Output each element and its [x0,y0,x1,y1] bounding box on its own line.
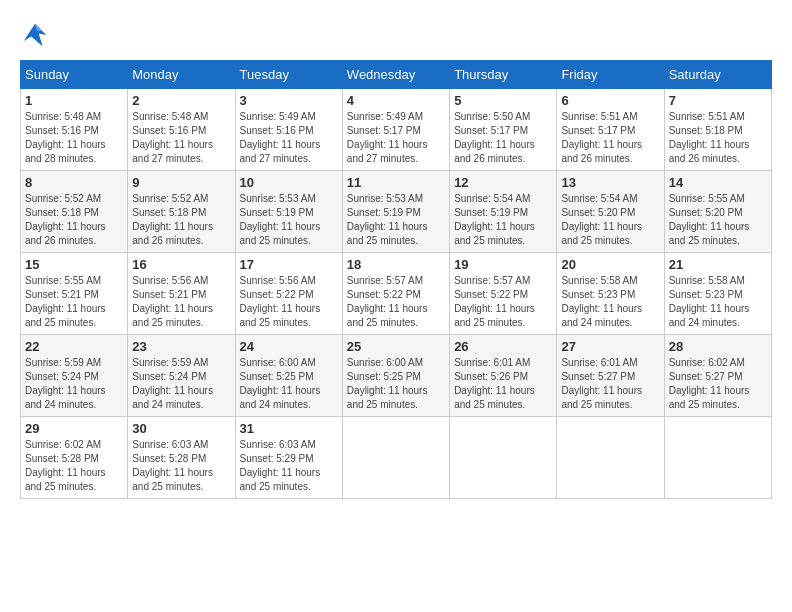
day-info: Sunrise: 5:59 AM Sunset: 5:24 PM Dayligh… [25,356,123,412]
daylight-hours: Daylight: 11 hours and 25 minutes. [240,467,321,492]
sunrise-time: Sunrise: 5:59 AM [132,357,208,368]
day-info: Sunrise: 5:49 AM Sunset: 5:16 PM Dayligh… [240,110,338,166]
calendar-cell: 9 Sunrise: 5:52 AM Sunset: 5:18 PM Dayli… [128,171,235,253]
sunrise-time: Sunrise: 6:03 AM [132,439,208,450]
daylight-hours: Daylight: 11 hours and 25 minutes. [347,385,428,410]
calendar-cell: 10 Sunrise: 5:53 AM Sunset: 5:19 PM Dayl… [235,171,342,253]
calendar-cell: 29 Sunrise: 6:02 AM Sunset: 5:28 PM Dayl… [21,417,128,499]
sunset-time: Sunset: 5:17 PM [561,125,635,136]
day-number: 19 [454,257,552,272]
calendar-cell: 28 Sunrise: 6:02 AM Sunset: 5:27 PM Dayl… [664,335,771,417]
day-info: Sunrise: 5:53 AM Sunset: 5:19 PM Dayligh… [240,192,338,248]
daylight-hours: Daylight: 11 hours and 26 minutes. [561,139,642,164]
calendar-cell: 25 Sunrise: 6:00 AM Sunset: 5:25 PM Dayl… [342,335,449,417]
day-info: Sunrise: 5:55 AM Sunset: 5:20 PM Dayligh… [669,192,767,248]
sunrise-time: Sunrise: 6:02 AM [25,439,101,450]
calendar-cell [342,417,449,499]
sunrise-time: Sunrise: 5:56 AM [132,275,208,286]
day-header-sunday: Sunday [21,61,128,89]
daylight-hours: Daylight: 11 hours and 24 minutes. [132,385,213,410]
day-number: 27 [561,339,659,354]
daylight-hours: Daylight: 11 hours and 28 minutes. [25,139,106,164]
sunset-time: Sunset: 5:21 PM [132,289,206,300]
calendar-cell: 11 Sunrise: 5:53 AM Sunset: 5:19 PM Dayl… [342,171,449,253]
sunrise-time: Sunrise: 5:48 AM [25,111,101,122]
calendar-cell: 31 Sunrise: 6:03 AM Sunset: 5:29 PM Dayl… [235,417,342,499]
calendar-cell: 18 Sunrise: 5:57 AM Sunset: 5:22 PM Dayl… [342,253,449,335]
sunset-time: Sunset: 5:27 PM [561,371,635,382]
calendar-cell: 15 Sunrise: 5:55 AM Sunset: 5:21 PM Dayl… [21,253,128,335]
daylight-hours: Daylight: 11 hours and 25 minutes. [454,221,535,246]
calendar-cell: 7 Sunrise: 5:51 AM Sunset: 5:18 PM Dayli… [664,89,771,171]
day-number: 20 [561,257,659,272]
calendar-cell: 3 Sunrise: 5:49 AM Sunset: 5:16 PM Dayli… [235,89,342,171]
daylight-hours: Daylight: 11 hours and 26 minutes. [454,139,535,164]
day-header-saturday: Saturday [664,61,771,89]
day-number: 25 [347,339,445,354]
daylight-hours: Daylight: 11 hours and 25 minutes. [25,467,106,492]
sunset-time: Sunset: 5:19 PM [347,207,421,218]
day-info: Sunrise: 6:00 AM Sunset: 5:25 PM Dayligh… [240,356,338,412]
sunset-time: Sunset: 5:17 PM [347,125,421,136]
daylight-hours: Daylight: 11 hours and 24 minutes. [25,385,106,410]
sunrise-time: Sunrise: 5:56 AM [240,275,316,286]
calendar-cell: 2 Sunrise: 5:48 AM Sunset: 5:16 PM Dayli… [128,89,235,171]
day-info: Sunrise: 5:56 AM Sunset: 5:22 PM Dayligh… [240,274,338,330]
day-info: Sunrise: 5:54 AM Sunset: 5:19 PM Dayligh… [454,192,552,248]
day-info: Sunrise: 5:52 AM Sunset: 5:18 PM Dayligh… [25,192,123,248]
sunset-time: Sunset: 5:22 PM [454,289,528,300]
daylight-hours: Daylight: 11 hours and 25 minutes. [669,221,750,246]
day-number: 26 [454,339,552,354]
sunset-time: Sunset: 5:16 PM [25,125,99,136]
day-header-tuesday: Tuesday [235,61,342,89]
daylight-hours: Daylight: 11 hours and 25 minutes. [25,303,106,328]
day-header-wednesday: Wednesday [342,61,449,89]
sunset-time: Sunset: 5:17 PM [454,125,528,136]
day-info: Sunrise: 6:03 AM Sunset: 5:28 PM Dayligh… [132,438,230,494]
day-info: Sunrise: 5:57 AM Sunset: 5:22 PM Dayligh… [454,274,552,330]
daylight-hours: Daylight: 11 hours and 26 minutes. [25,221,106,246]
calendar-cell: 4 Sunrise: 5:49 AM Sunset: 5:17 PM Dayli… [342,89,449,171]
sunset-time: Sunset: 5:27 PM [669,371,743,382]
day-number: 29 [25,421,123,436]
sunset-time: Sunset: 5:28 PM [25,453,99,464]
sunset-time: Sunset: 5:25 PM [347,371,421,382]
day-number: 8 [25,175,123,190]
sunrise-time: Sunrise: 6:01 AM [454,357,530,368]
calendar-cell: 12 Sunrise: 5:54 AM Sunset: 5:19 PM Dayl… [450,171,557,253]
sunset-time: Sunset: 5:16 PM [132,125,206,136]
daylight-hours: Daylight: 11 hours and 27 minutes. [347,139,428,164]
calendar-cell: 20 Sunrise: 5:58 AM Sunset: 5:23 PM Dayl… [557,253,664,335]
sunset-time: Sunset: 5:18 PM [25,207,99,218]
day-number: 4 [347,93,445,108]
sunrise-time: Sunrise: 6:00 AM [240,357,316,368]
calendar-cell [664,417,771,499]
sunrise-time: Sunrise: 5:54 AM [454,193,530,204]
day-header-thursday: Thursday [450,61,557,89]
sunrise-time: Sunrise: 6:00 AM [347,357,423,368]
calendar-cell: 26 Sunrise: 6:01 AM Sunset: 5:26 PM Dayl… [450,335,557,417]
day-info: Sunrise: 5:50 AM Sunset: 5:17 PM Dayligh… [454,110,552,166]
day-info: Sunrise: 5:52 AM Sunset: 5:18 PM Dayligh… [132,192,230,248]
sunrise-time: Sunrise: 5:53 AM [347,193,423,204]
day-number: 31 [240,421,338,436]
daylight-hours: Daylight: 11 hours and 27 minutes. [240,139,321,164]
day-info: Sunrise: 5:59 AM Sunset: 5:24 PM Dayligh… [132,356,230,412]
day-number: 13 [561,175,659,190]
sunset-time: Sunset: 5:24 PM [132,371,206,382]
day-info: Sunrise: 6:03 AM Sunset: 5:29 PM Dayligh… [240,438,338,494]
sunset-time: Sunset: 5:21 PM [25,289,99,300]
sunrise-time: Sunrise: 5:57 AM [347,275,423,286]
sunset-time: Sunset: 5:18 PM [669,125,743,136]
sunset-time: Sunset: 5:20 PM [561,207,635,218]
sunset-time: Sunset: 5:22 PM [347,289,421,300]
day-info: Sunrise: 5:57 AM Sunset: 5:22 PM Dayligh… [347,274,445,330]
day-number: 28 [669,339,767,354]
day-number: 17 [240,257,338,272]
sunrise-time: Sunrise: 5:52 AM [25,193,101,204]
day-number: 7 [669,93,767,108]
daylight-hours: Daylight: 11 hours and 25 minutes. [347,221,428,246]
day-number: 5 [454,93,552,108]
svg-marker-0 [24,24,47,47]
sunrise-time: Sunrise: 5:59 AM [25,357,101,368]
